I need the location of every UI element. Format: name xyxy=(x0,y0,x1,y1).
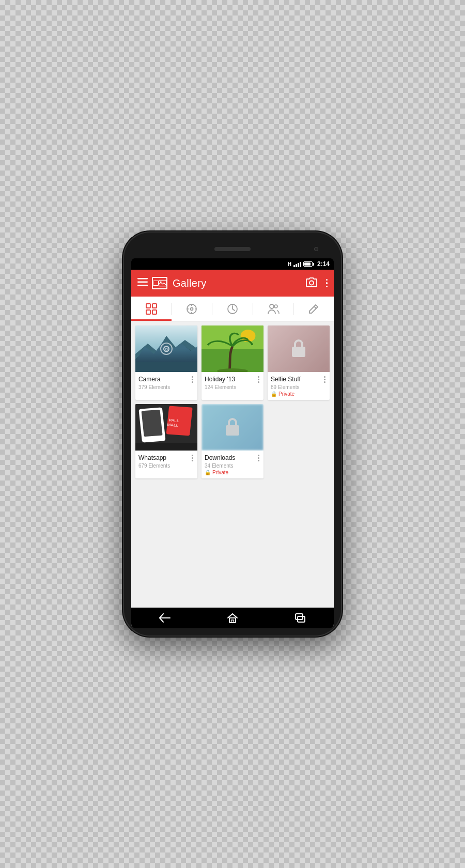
tab-edit[interactable] xyxy=(293,297,334,321)
battery-body xyxy=(303,261,313,267)
album-thumb-whatsapp: PALL MALL xyxy=(135,404,197,451)
album-thumb-holiday xyxy=(202,326,264,372)
tab-people[interactable] xyxy=(253,297,293,321)
phone-device: H 2:14 xyxy=(124,233,341,636)
network-type: H xyxy=(288,261,291,267)
private-lock-icon-downloads: 🔒 xyxy=(205,470,211,475)
battery-icon xyxy=(303,261,314,267)
album-more-camera[interactable] xyxy=(191,375,194,384)
album-title-row-camera: Camera xyxy=(138,375,194,384)
album-private-downloads: 🔒 Private xyxy=(205,470,260,475)
app-bar: Gallery xyxy=(131,270,334,297)
svg-point-24 xyxy=(165,348,167,350)
album-info-camera: Camera 379 Elements xyxy=(135,372,197,393)
svg-point-17 xyxy=(270,304,274,308)
recents-button[interactable] xyxy=(290,608,311,628)
svg-line-19 xyxy=(314,306,316,308)
status-bar: H 2:14 xyxy=(131,258,334,270)
album-count-camera: 379 Elements xyxy=(138,384,194,390)
album-card-downloads[interactable]: Downloads 34 Elements 🔒 Private xyxy=(202,404,264,478)
svg-point-18 xyxy=(274,305,277,308)
album-thumb-selfie xyxy=(268,326,330,372)
svg-rect-35 xyxy=(135,443,197,451)
time-display: 2:14 xyxy=(317,260,330,268)
album-name-downloads: Downloads xyxy=(205,454,235,462)
signal-bar-2 xyxy=(296,264,297,267)
svg-point-23 xyxy=(164,347,169,352)
lock-body xyxy=(292,347,305,357)
album-thumb-camera xyxy=(135,326,197,372)
private-lock-icon-selfie: 🔒 xyxy=(271,391,277,397)
screen: H 2:14 xyxy=(131,258,334,628)
album-name-whatsapp: Whatsapp xyxy=(138,454,166,462)
album-card-holiday[interactable]: Holiday '13 124 Elements xyxy=(202,326,264,400)
bottom-nav xyxy=(131,608,334,628)
svg-rect-1 xyxy=(137,281,148,283)
downloads-lock-body xyxy=(226,425,239,436)
signal-bars xyxy=(293,261,301,267)
back-button[interactable] xyxy=(154,608,175,628)
menu-button[interactable] xyxy=(137,278,148,289)
status-icons: H 2:14 xyxy=(288,260,330,268)
album-info-selfie: Selfie Stuff 89 Elements 🔒 Private xyxy=(268,372,330,400)
album-more-holiday[interactable] xyxy=(257,375,260,384)
album-more-whatsapp[interactable] xyxy=(191,454,194,462)
battery-fill xyxy=(304,262,311,266)
tab-location[interactable] xyxy=(172,297,212,321)
svg-point-5 xyxy=(309,281,314,285)
album-count-downloads: 34 Elements xyxy=(205,463,260,469)
svg-rect-37 xyxy=(231,620,234,623)
tabs-bar xyxy=(131,297,334,321)
album-more-downloads[interactable] xyxy=(257,454,260,462)
private-label-downloads: Private xyxy=(212,470,228,475)
overflow-menu-button[interactable] xyxy=(326,278,328,288)
downloads-lock-shackle xyxy=(228,418,237,425)
signal-bar-3 xyxy=(298,263,299,267)
album-count-holiday: 124 Elements xyxy=(205,384,260,390)
private-label-selfie: Private xyxy=(278,391,295,397)
album-card-selfie[interactable]: Selfie Stuff 89 Elements 🔒 Private xyxy=(268,326,330,400)
album-thumb-downloads xyxy=(202,404,264,451)
signal-bar-4 xyxy=(300,262,301,267)
album-title-row-holiday: Holiday '13 xyxy=(205,375,260,384)
front-camera xyxy=(314,247,318,251)
camera-overlay-icon xyxy=(160,343,173,355)
album-title-row-downloads: Downloads xyxy=(205,454,260,462)
album-card-whatsapp[interactable]: PALL MALL Whatsapp xyxy=(135,404,197,478)
downloads-lock-icon xyxy=(224,418,241,437)
signal-bar-1 xyxy=(293,265,295,267)
svg-rect-6 xyxy=(146,304,150,308)
app-screen: Gallery xyxy=(131,270,334,628)
dot-1 xyxy=(326,279,328,281)
album-name-camera: Camera xyxy=(138,376,161,384)
tab-time[interactable] xyxy=(212,297,253,321)
album-title-row-whatsapp: Whatsapp xyxy=(138,454,194,462)
selfie-lock-overlay xyxy=(268,326,330,372)
album-info-whatsapp: Whatsapp 679 Elements xyxy=(135,451,197,472)
dot-3 xyxy=(326,286,328,288)
speaker xyxy=(214,247,251,251)
phone-top-bar xyxy=(131,242,334,256)
app-bar-actions xyxy=(305,277,328,290)
camera-button[interactable] xyxy=(305,277,318,290)
selfie-lock-icon xyxy=(290,339,307,358)
album-info-downloads: Downloads 34 Elements 🔒 Private xyxy=(202,451,264,478)
album-info-holiday: Holiday '13 124 Elements xyxy=(202,372,264,393)
album-more-selfie[interactable] xyxy=(323,375,327,384)
album-name-selfie: Selfie Stuff xyxy=(271,376,301,384)
album-private-selfie: 🔒 Private xyxy=(271,391,327,397)
app-title: Gallery xyxy=(173,277,305,289)
home-button[interactable] xyxy=(222,608,243,628)
battery-tip xyxy=(313,263,314,266)
album-count-selfie: 89 Elements xyxy=(271,384,327,390)
svg-rect-31 xyxy=(142,410,163,437)
svg-text:PALL: PALL xyxy=(168,418,179,423)
album-title-row-selfie: Selfie Stuff xyxy=(271,375,327,384)
gallery-icon xyxy=(152,277,167,289)
svg-point-11 xyxy=(191,307,193,310)
downloads-lock-overlay xyxy=(202,404,264,451)
album-card-camera[interactable]: Camera 379 Elements xyxy=(135,326,197,400)
svg-text:MALL: MALL xyxy=(167,423,179,428)
lock-shackle xyxy=(294,339,303,347)
tab-albums[interactable] xyxy=(131,297,172,321)
